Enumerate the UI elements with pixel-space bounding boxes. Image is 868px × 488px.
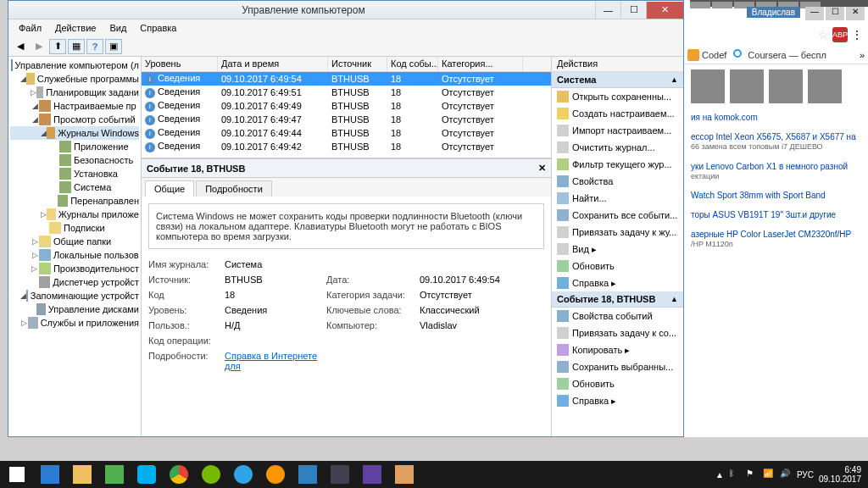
actions-section-event[interactable]: Событие 18, BTHUSB▲ [552, 291, 683, 308]
chrome-menu-icon[interactable]: ⋮ [851, 28, 863, 42]
tab-details[interactable]: Подробности [196, 180, 272, 197]
taskbar-app1[interactable] [292, 463, 323, 486]
action-item[interactable]: Очистить журнал... [552, 139, 683, 156]
taskbar-paint[interactable] [389, 463, 420, 486]
taskbar-skype[interactable] [131, 463, 162, 486]
help-link[interactable]: Справка в Интернете для [225, 351, 317, 371]
taskbar-explorer[interactable] [67, 463, 97, 486]
grid-header-cell[interactable]: Код собы... [387, 57, 438, 71]
browser-maximize[interactable]: ☐ [826, 7, 844, 20]
tree-item[interactable]: Управление дисками [10, 302, 139, 316]
taskbar-store[interactable] [99, 463, 130, 486]
grid-header-cell[interactable]: Уровень [142, 57, 218, 71]
show-hide-tree-button[interactable]: ▦ [68, 39, 85, 54]
action-item[interactable]: Найти... [552, 190, 683, 207]
action-item[interactable]: Привязать задачу к жу... [552, 224, 683, 241]
action-item[interactable]: Фильтр текущего жур... [552, 156, 683, 173]
browser-minimize[interactable]: — [805, 7, 824, 20]
tray-up-icon[interactable]: ▲ [715, 470, 724, 480]
menu-action[interactable]: Действие [48, 21, 103, 35]
menu-view[interactable]: Вид [103, 21, 133, 35]
event-row[interactable]: iСведения09.10.2017 6:49:47BTHUSB18Отсут… [142, 113, 551, 126]
action-item[interactable]: Импорт настраиваем... [552, 122, 683, 139]
taskbar-torrent[interactable] [196, 463, 226, 486]
action-item[interactable]: Привязать задачу к со... [552, 324, 683, 341]
browser-close[interactable]: ✕ [846, 7, 865, 20]
listing-link[interactable]: уки Lenovo Carbon X1 в немного разнойект… [691, 161, 861, 182]
titlebar[interactable]: Управление компьютером — ☐ ✕ [8, 1, 683, 19]
tree-item[interactable]: Система [10, 180, 139, 194]
tree-item[interactable]: Диспетчер устройст [10, 275, 139, 289]
tree-item[interactable]: ▷Производительност [10, 262, 139, 275]
listing-link[interactable]: торы ASUS VB191T 19" 3шт.и другие [691, 209, 861, 220]
action-item[interactable]: Свойства событий [552, 308, 683, 324]
tab-general[interactable]: Общие [145, 180, 194, 197]
action-item[interactable]: Сохранить все событи... [552, 207, 683, 224]
bookmark-coursera[interactable]: Coursera — беспл [733, 49, 826, 61]
close-button[interactable]: ✕ [646, 2, 683, 19]
refresh-button[interactable]: ▣ [105, 39, 122, 54]
bookmark-overflow-icon[interactable]: » [860, 50, 865, 60]
menu-help[interactable]: Справка [133, 21, 183, 35]
tree-item[interactable]: ◢Настраиваемые пр [10, 99, 139, 113]
tray-flag-icon[interactable]: ⚑ [746, 469, 758, 480]
menu-file[interactable]: Файл [12, 21, 48, 35]
action-item[interactable]: Обновить [552, 258, 683, 274]
thumb[interactable] [691, 69, 725, 103]
grid-header-cell[interactable]: Дата и время [218, 57, 328, 71]
action-item[interactable]: Сохранить выбранны... [552, 358, 683, 375]
tree-item[interactable]: ▷Журналы приложе [10, 208, 139, 221]
chrome-user-badge[interactable]: Владислав [747, 7, 800, 18]
listing-link[interactable]: азерные HP Color LaserJet CM2320nf/HP/HP… [691, 229, 861, 250]
tray-network-icon[interactable]: 📶 [763, 469, 775, 480]
action-item[interactable]: Копировать ▸ [552, 341, 683, 358]
taskbar-ie[interactable] [35, 463, 65, 486]
forward-button[interactable]: ▶ [31, 39, 47, 54]
action-item[interactable]: Вид ▸ [552, 241, 683, 258]
tree-item[interactable]: ◢Журналы Windows [10, 126, 139, 140]
thumb[interactable] [808, 69, 842, 103]
thumb[interactable] [730, 69, 764, 103]
grid-header-cell[interactable]: Источник [328, 57, 387, 71]
event-row[interactable]: iСведения09.10.2017 6:49:42BTHUSB18Отсут… [142, 140, 551, 153]
back-button[interactable]: ◀ [12, 39, 29, 54]
taskbar-settings[interactable] [357, 463, 387, 486]
action-item[interactable]: Создать настраиваем... [552, 105, 683, 122]
bookmark-codef[interactable]: Codef [687, 49, 726, 61]
thumb[interactable] [769, 69, 803, 103]
tree-item[interactable]: Установка [10, 167, 139, 180]
tree-item[interactable]: Безопасность [10, 153, 139, 167]
action-item[interactable]: Обновить [552, 375, 683, 392]
bookmark-star-icon[interactable]: ☆ [818, 28, 829, 42]
event-row[interactable]: iСведения09.10.2017 6:49:49BTHUSB18Отсут… [142, 99, 551, 113]
action-item[interactable]: Справка ▸ [552, 392, 683, 409]
tree-item[interactable]: Управление компьютером (л [10, 58, 139, 72]
minimize-button[interactable]: — [595, 2, 620, 19]
action-item[interactable]: Справка ▸ [552, 274, 683, 291]
tree-item[interactable]: ◢Запоминающие устройст [10, 289, 139, 302]
taskbar-firefox[interactable] [260, 463, 291, 486]
tree-item[interactable]: ▷Локальные пользов [10, 248, 139, 262]
tray-language[interactable]: РУС [797, 470, 814, 480]
listing-link[interactable]: ия на komok.com [691, 112, 861, 123]
taskbar-chrome[interactable] [164, 463, 194, 486]
tree-item[interactable]: Приложение [10, 140, 139, 153]
actions-section-system[interactable]: Система▲ [552, 72, 683, 88]
listing-link[interactable]: ессор Intel Xeon X5675, X5687 и X5677 на… [691, 131, 861, 152]
tree-item[interactable]: Перенаправлен [10, 194, 139, 208]
help-button[interactable]: ? [86, 39, 103, 54]
action-item[interactable]: Свойства [552, 173, 683, 190]
grid-header-cell[interactable]: Категория... [438, 57, 523, 71]
detail-close-icon[interactable]: ✕ [538, 163, 546, 174]
tree-item[interactable]: Подписки [10, 221, 139, 235]
listing-link[interactable]: Watch Sport 38mm with Sport Band [691, 190, 861, 201]
tray-bluetooth-icon[interactable]: ᛒ [729, 469, 741, 480]
action-item[interactable]: Открыть сохраненны... [552, 88, 683, 105]
tree-item[interactable]: ▷Службы и приложения [10, 316, 139, 330]
taskbar-app2[interactable] [325, 463, 355, 486]
start-button[interactable] [0, 461, 34, 488]
event-row[interactable]: iСведения09.10.2017 6:49:51BTHUSB18Отсут… [142, 86, 551, 99]
tray-volume-icon[interactable]: 🔊 [780, 469, 792, 480]
up-button[interactable]: ⬆ [49, 39, 66, 54]
event-row[interactable]: iСведения09.10.2017 6:49:54BTHUSB18Отсут… [142, 72, 551, 86]
